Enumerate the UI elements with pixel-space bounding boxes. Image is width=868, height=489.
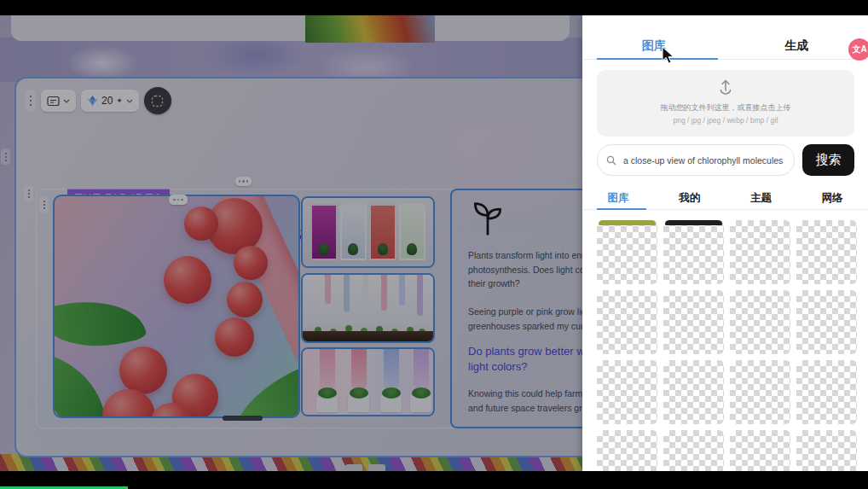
decoration — [310, 204, 338, 260]
grid-image-tile[interactable] — [796, 290, 857, 354]
tab-generate[interactable]: 生成 — [726, 32, 868, 60]
photo-test-tubes-seedlings[interactable] — [301, 273, 435, 343]
tile-image-edge — [599, 220, 656, 225]
drag-handle-icon[interactable] — [26, 90, 36, 112]
previous-slide-edge[interactable] — [11, 15, 570, 41]
decoration — [410, 396, 431, 412]
grid-image-tile[interactable] — [597, 430, 657, 472]
mouse-cursor — [662, 46, 675, 65]
decoration — [399, 204, 426, 260]
grid-image-tile[interactable] — [663, 290, 724, 354]
grid-image-tile[interactable] — [663, 430, 724, 472]
hero-image-berries[interactable] — [53, 195, 300, 418]
grid-image-tile[interactable] — [796, 220, 857, 284]
tile-image-edge — [665, 220, 722, 225]
upload-formats: png / jpg / jpeg / webp / bmp / gif — [597, 116, 854, 125]
grid-image-tile[interactable] — [730, 220, 790, 284]
decoration — [303, 275, 433, 341]
upload-icon — [716, 79, 735, 96]
upload-hint: 拖动您的文件到这里，或直接点击上传 — [597, 102, 854, 114]
section-drag-handle[interactable] — [24, 185, 33, 201]
decoration — [384, 349, 399, 390]
upload-dropzone[interactable]: 拖动您的文件到这里，或直接点击上传 png / jpg / jpeg / web… — [597, 70, 854, 137]
ai-credits-button[interactable]: 20 ✦ — [81, 90, 139, 112]
decoration — [351, 349, 367, 390]
decoration — [380, 396, 402, 412]
sparkle-plus-icon: ✦ — [116, 96, 123, 105]
background-artwork-streaks — [305, 15, 435, 43]
sprout-icon — [468, 200, 507, 237]
grid-image-tile[interactable] — [597, 220, 657, 284]
grid-image-tile[interactable] — [597, 290, 657, 354]
grid-image-tile[interactable] — [663, 360, 724, 424]
decoration — [414, 349, 429, 390]
search-input[interactable] — [622, 154, 785, 166]
layout-style-button[interactable] — [41, 90, 76, 112]
truncated-dropdown: 图层 ▾ — [612, 15, 663, 19]
image-options-handle[interactable] — [169, 195, 188, 205]
grid-image-tile[interactable] — [730, 290, 790, 354]
background-artwork — [0, 38, 582, 82]
translate-extension-icon[interactable]: 文A — [848, 38, 868, 61]
decoration — [119, 346, 167, 394]
decoration — [325, 275, 331, 304]
chevron-down-icon — [126, 99, 133, 103]
photo-grow-chambers[interactable] — [301, 196, 435, 268]
decoration — [362, 275, 368, 307]
grid-image-tile[interactable] — [796, 430, 857, 472]
decoration — [303, 331, 433, 341]
grid-image-tile[interactable] — [730, 360, 790, 424]
search-button[interactable]: 搜索 — [802, 144, 854, 176]
decoration — [348, 396, 369, 412]
app-screen: THE BIG IDEA Why Light Color Is Importan… — [0, 0, 868, 489]
decoration — [369, 204, 396, 260]
grid-image-tile[interactable] — [597, 360, 657, 424]
subtab-theme[interactable]: 主题 — [726, 188, 797, 209]
decoration — [184, 207, 218, 241]
decoration — [316, 396, 338, 412]
decoration — [215, 362, 300, 418]
decoration — [344, 275, 350, 312]
photo-planters-lights[interactable] — [301, 347, 435, 416]
decoration — [417, 275, 423, 316]
image-grid — [597, 220, 857, 472]
subtab-gallery[interactable]: 图库 — [582, 188, 654, 209]
decoration — [303, 349, 433, 415]
card-layout-icon — [47, 96, 60, 107]
gem-icon — [87, 96, 98, 106]
search-input-wrap[interactable] — [597, 144, 795, 176]
decoration — [340, 204, 367, 260]
decoration — [164, 256, 211, 304]
chevron-down-icon — [63, 99, 70, 103]
decoration — [381, 275, 387, 311]
top-letterbox-bar — [0, 0, 868, 15]
image-library-panel: 图层 ▾ 图库 生成 文A 拖动您的文件到这里，或直接点击上传 png / jp… — [582, 15, 868, 472]
panel-sub-tabs: 图库 我的 主题 网络 — [582, 188, 868, 209]
grid-image-tile[interactable] — [663, 220, 724, 284]
search-icon — [606, 155, 616, 166]
active-subtab-underline — [597, 208, 646, 210]
image-resize-handle[interactable] — [223, 416, 263, 421]
container-options-handle[interactable] — [235, 177, 252, 186]
dashed-selection-icon — [151, 95, 164, 108]
decoration — [320, 349, 335, 390]
search-row: 搜索 — [597, 144, 854, 176]
decoration — [234, 246, 268, 280]
decoration — [215, 317, 254, 357]
row-drag-handle[interactable] — [1, 148, 10, 165]
subtab-mine[interactable]: 我的 — [654, 188, 726, 209]
subtab-web[interactable]: 网络 — [796, 188, 868, 209]
decoration — [399, 275, 405, 306]
grid-image-tile[interactable] — [730, 430, 790, 472]
grid-image-tile[interactable] — [796, 360, 857, 424]
decoration — [227, 282, 263, 317]
tab-gallery[interactable]: 图库 — [582, 32, 726, 60]
bottom-letterbox-bar — [0, 471, 868, 489]
block-toolbar: 20 ✦ — [26, 87, 171, 114]
panel-main-tabs: 图库 生成 — [582, 32, 868, 60]
select-tool-button[interactable] — [144, 87, 171, 114]
ai-credits-value: 20 — [101, 95, 113, 107]
decoration — [303, 198, 433, 266]
active-tab-underline — [597, 58, 718, 60]
